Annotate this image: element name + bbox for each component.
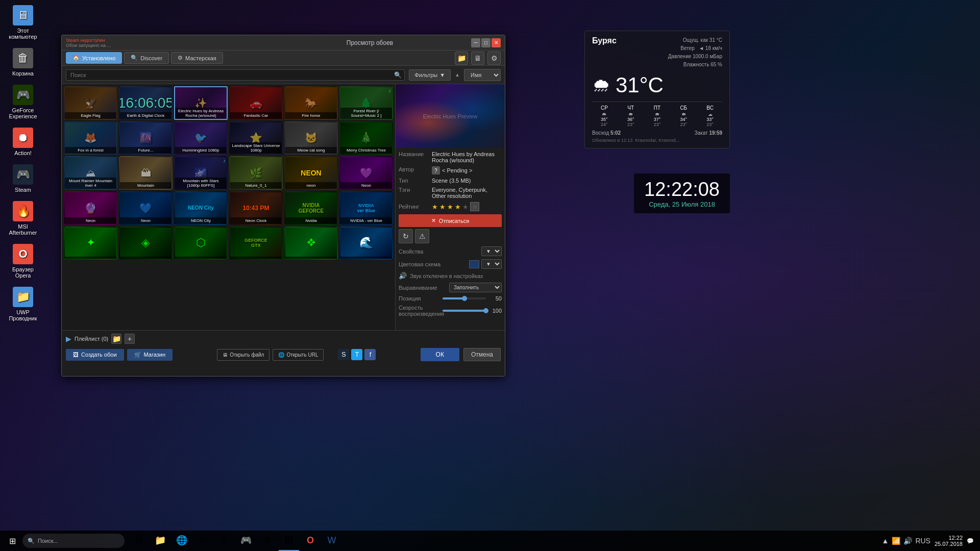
clock-time: 12:22:08 [644, 179, 720, 201]
filter-button[interactable]: Фильтры ▼ [409, 69, 451, 81]
taskbar-app-taskview[interactable]: ⊞ [129, 531, 149, 551]
wallpaper-item[interactable]: 🌌 ♪ Mountain with Stars [1080p 60FPS] [174, 156, 228, 190]
color-scheme-label: Цветовая схема [399, 261, 467, 267]
unsubscribe-button[interactable]: ✕ Отписаться [399, 214, 502, 227]
wallpaper-item-selected[interactable]: ✨ Electric Hues by Andreas Rocha (w/soun… [174, 86, 228, 120]
weather-sunrise-sunset: Восход 5:02 Закат 19:59 [592, 130, 722, 136]
wallpaper-item[interactable]: 🔮 Neon [64, 191, 117, 225]
minimize-button[interactable]: ─ [471, 38, 480, 47]
cancel-button[interactable]: Отмена [463, 348, 501, 361]
position-label: Позиция [399, 295, 439, 302]
wallpaper-item[interactable]: NEON neon [284, 156, 338, 190]
maximize-button[interactable]: □ [481, 38, 491, 47]
properties-select[interactable]: ▼ [481, 246, 502, 256]
desktop-icon-basket[interactable]: 🗑 Корзина [5, 48, 41, 77]
wallpaper-item[interactable]: 🐎 Fire horse [284, 86, 338, 120]
search-input[interactable] [66, 69, 405, 81]
desktop-icon-steam[interactable]: 🎮 Steam [5, 164, 41, 193]
wallpaper-item[interactable]: ⬡ [174, 227, 228, 260]
desktop-icon-geforce[interactable]: 🎮 GeForce Experience [5, 85, 41, 119]
steam-social-btn[interactable]: S [338, 349, 349, 360]
close-button[interactable]: ✕ [492, 38, 501, 47]
speed-slider-track[interactable] [443, 310, 486, 312]
rating-stars: ★ ★ ★ ★ ★ ☆ [432, 202, 479, 211]
desktop-icon-opera[interactable]: O Браузер Opera [5, 244, 41, 279]
warning-button[interactable]: ⚠ [415, 229, 429, 243]
weather-widget: Буряс Ощущ. как 31 °C Ветер ◄ 18 км/ч Да… [584, 31, 730, 148]
wallpaper-item[interactable]: 💙 Neon [119, 191, 173, 225]
toolbar: 🏠 Установлено 🔍 Discover ⚙ Мастерская 📁 … [62, 51, 505, 66]
taskbar-app-explorer[interactable]: 📁 [150, 531, 170, 551]
shop-button[interactable]: 🛒 Магазин [127, 349, 173, 361]
start-button[interactable]: ⊞ [2, 531, 22, 551]
playlist-add-btn[interactable]: + [125, 334, 135, 344]
wallpaper-item[interactable]: ⭐ Landscape Stars Universe 1080p [229, 121, 283, 155]
taskbar-app-antivirus[interactable]: 🛡 [214, 531, 235, 551]
wallpaper-item[interactable]: 🐦 Hummingbird 1080p [174, 121, 228, 155]
wallpaper-item[interactable]: 🌲 ♪ Forest River [/ Sound+Music 2 ] [339, 86, 393, 120]
wallpaper-item[interactable]: 🎄 Merry Christmas Tree [339, 121, 393, 155]
wallpaper-item[interactable]: ◈ [119, 227, 173, 260]
wallpaper-item[interactable]: 16:06:05 Earth & Digital Clock [119, 86, 173, 120]
ok-button[interactable]: ОК [421, 348, 459, 361]
desktop-icon-uwp[interactable]: 📁 UWP Проводник [5, 287, 41, 321]
taskbar-app-unknown2[interactable]: ⚙ [257, 531, 278, 551]
wallpaper-item[interactable]: 🌿 Nature_0_1 [229, 156, 283, 190]
wallpaper-item[interactable]: 🌊 [339, 227, 393, 260]
wallpaper-item[interactable]: 🦅 Eagle Flag [64, 86, 117, 120]
facebook-social-btn[interactable]: f [364, 349, 376, 360]
taskbar-app-opera[interactable]: O [300, 531, 321, 551]
wallpaper-item[interactable]: NVIDIAver Blue NVIDIA - ver Blue [339, 191, 393, 225]
color-scheme-select[interactable]: ▼ [481, 259, 502, 269]
taskbar-app-edge[interactable]: 🌐 [172, 531, 192, 551]
taskbar: ⊞ 🔍 Поиск... ⊞ 📁 🌐 ✉ 🛡 🎮 ⚙ 🖼 O W ▲ 📶 🔊 R… [0, 531, 980, 551]
taskbar-notification-icon[interactable]: 💬 [967, 538, 974, 544]
twitter-social-btn[interactable]: T [351, 349, 362, 360]
wallpaper-item[interactable]: 🌆 Future... [119, 121, 173, 155]
desktop-icon-pc[interactable]: 🖥 Этот компьютер [5, 5, 41, 40]
desktop-icon-msi[interactable]: 🔥 MSI Afterburner [5, 201, 41, 236]
installed-icon: 🏠 [72, 55, 80, 61]
tab-discover[interactable]: 🔍 Discover [124, 52, 169, 64]
wallpaper-item[interactable]: ✦ [64, 227, 117, 260]
playlist-folder-btn[interactable]: 📁 [111, 334, 121, 344]
taskbar-app-unknown1[interactable]: 🎮 [236, 531, 256, 551]
wallpaper-item[interactable]: ❖ [284, 227, 338, 260]
wallpaper-item[interactable]: ⛰ Mount Rainier Mountain river 4 [64, 156, 117, 190]
wallpaper-item[interactable]: 🐱 Meow cat song [284, 121, 338, 155]
shop-icon: 🛒 [134, 352, 141, 358]
wallpaper-grid-container[interactable]: 🦅 Eagle Flag 16:06:05 Earth & Digital Cl… [62, 84, 395, 330]
refresh-button[interactable]: ↻ [399, 229, 413, 243]
playlist-label: Плейлист (0) [75, 336, 108, 342]
taskbar-search[interactable]: 🔍 Поиск... [22, 534, 125, 548]
taskbar-app-word[interactable]: W [322, 531, 342, 551]
wallpaper-item[interactable]: GEFORCEGTX [229, 227, 283, 260]
wallpaper-item[interactable]: NVIDIAGEFORCE Nvidia [284, 191, 338, 225]
taskbar-network-icon[interactable]: 📶 [892, 537, 900, 545]
open-url-button[interactable]: 🌐 Открыть URL [273, 349, 324, 361]
favorite-button[interactable]: ☆ [470, 202, 479, 211]
taskbar-volume-icon[interactable]: 🔊 [903, 537, 912, 545]
monitor-icon-btn[interactable]: 🖥 [471, 52, 484, 65]
taskbar-app-wallpaper[interactable]: 🖼 [279, 531, 299, 551]
align-label: Выравнивание [399, 285, 446, 291]
open-file-button[interactable]: 🖥 Открыть файл [217, 349, 270, 361]
align-select[interactable]: Заполнить [449, 283, 502, 292]
wallpaper-item[interactable]: 🦊 Fox in a forest [64, 121, 117, 155]
sort-select[interactable]: Имя [464, 69, 501, 81]
wallpaper-item[interactable]: NEON City NEON City [174, 191, 228, 225]
wallpaper-item[interactable]: 💜 Neon [339, 156, 393, 190]
desktop-icon-action[interactable]: ⏺ Action! [5, 128, 41, 156]
position-slider-track[interactable] [443, 297, 486, 299]
tab-installed[interactable]: 🏠 Установлено [66, 52, 122, 64]
folder-icon-btn[interactable]: 📁 [455, 52, 468, 65]
color-scheme-picker[interactable] [469, 260, 479, 268]
wallpaper-item[interactable]: 🚗 Fantastic Car [229, 86, 283, 120]
wallpaper-item[interactable]: 10:43 PM Neon Clock [229, 191, 283, 225]
taskbar-arrow-icon[interactable]: ▲ [882, 537, 889, 545]
create-wallpaper-button[interactable]: 🖼 Создать обои [66, 349, 124, 361]
settings-icon-btn[interactable]: ⚙ [487, 52, 501, 65]
tab-workshop[interactable]: ⚙ Мастерская [171, 52, 223, 64]
taskbar-app-mail[interactable]: ✉ [193, 531, 213, 551]
wallpaper-item[interactable]: 🏔 Mountain [119, 156, 173, 190]
